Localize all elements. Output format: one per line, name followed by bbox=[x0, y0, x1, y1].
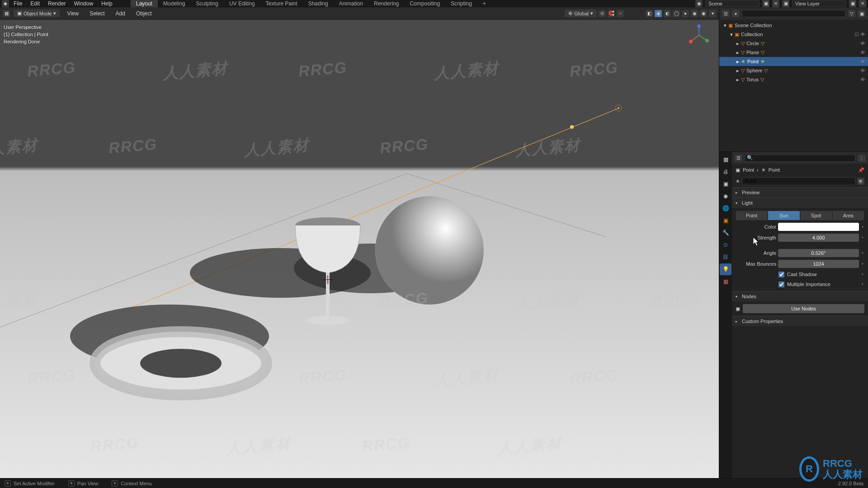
panel-nodes-header[interactable]: ▾Nodes bbox=[732, 291, 868, 301]
shading-rendered-icon[interactable]: ◉ bbox=[700, 10, 707, 17]
tab-compositing[interactable]: Compositing bbox=[404, 0, 445, 8]
panel-custom-props-header[interactable]: ▸Custom Properties bbox=[732, 316, 868, 326]
tree-vis-icons[interactable]: 👁 bbox=[860, 59, 865, 64]
tree-item-sphere[interactable]: ▸▽ Sphere ▽ 👁 bbox=[719, 66, 868, 75]
properties-options-icon[interactable]: ⋮ bbox=[858, 155, 865, 162]
orientation-dropdown[interactable]: ⊕Global▾ bbox=[565, 9, 597, 17]
properties-search[interactable]: 🔍 bbox=[745, 155, 855, 162]
keyframe-dot[interactable]: • bbox=[861, 282, 864, 286]
tree-vis-icons[interactable]: 👁 bbox=[860, 50, 865, 55]
datablock-name-field[interactable] bbox=[742, 177, 855, 185]
tab-add[interactable]: + bbox=[477, 0, 491, 8]
keyframe-dot[interactable]: • bbox=[861, 225, 864, 229]
tree-item-circle[interactable]: ▸▽ Circle ▽ 👁 bbox=[719, 39, 868, 48]
gizmo-icon[interactable]: ◧ bbox=[646, 10, 653, 17]
menu-render[interactable]: Render bbox=[44, 0, 69, 8]
tab-animation[interactable]: Animation bbox=[334, 0, 368, 8]
prop-tab-constraints[interactable]: ⛓ bbox=[720, 251, 731, 263]
keyframe-dot[interactable]: • bbox=[861, 262, 864, 266]
prop-tab-modifiers[interactable]: 🔧 bbox=[720, 227, 731, 239]
tree-item-point[interactable]: ▸☀ Point ☀ 👁 bbox=[719, 57, 868, 66]
use-nodes-button[interactable]: Use Nodes bbox=[743, 304, 864, 313]
keyframe-dot[interactable]: • bbox=[861, 272, 864, 277]
scene-new-icon[interactable]: ▣ bbox=[762, 0, 769, 7]
tab-scripting[interactable]: Scripting bbox=[445, 0, 477, 8]
app-icon[interactable]: ◆ bbox=[2, 0, 9, 7]
menu-edit[interactable]: Edit bbox=[27, 0, 43, 8]
prop-tab-scene[interactable]: ◉ bbox=[720, 190, 731, 202]
viewlayer-new-icon[interactable]: ▣ bbox=[849, 0, 856, 7]
light-type-area[interactable]: Area bbox=[832, 211, 864, 221]
tree-item-plane[interactable]: ▸▽ Plane ▽ 👁 bbox=[719, 48, 868, 57]
prop-tab-output[interactable]: 🖨 bbox=[720, 166, 731, 178]
pivot-icon[interactable]: ⊙ bbox=[599, 10, 606, 17]
prop-tab-render[interactable]: ▦ bbox=[720, 154, 731, 165]
tab-texture-paint[interactable]: Texture Paint bbox=[260, 0, 303, 8]
bounces-field[interactable] bbox=[778, 260, 859, 268]
strength-field[interactable] bbox=[778, 234, 859, 242]
angle-field[interactable] bbox=[778, 249, 859, 257]
outliner-filter-icon[interactable]: ▽ bbox=[848, 10, 855, 17]
color-swatch[interactable] bbox=[778, 223, 859, 231]
tab-sculpting[interactable]: Sculpting bbox=[191, 0, 224, 8]
snap-icon[interactable]: 🧲 bbox=[608, 10, 615, 17]
viewlayer-field[interactable] bbox=[792, 0, 846, 7]
tab-layout[interactable]: Layout bbox=[131, 0, 158, 8]
viewlayer-icon[interactable]: ▣ bbox=[782, 0, 789, 7]
viewport-menu-view[interactable]: View bbox=[63, 9, 82, 18]
prop-tab-object[interactable]: ▣ bbox=[720, 215, 731, 226]
light-type-sun[interactable]: Sun bbox=[768, 211, 800, 221]
scene-field[interactable] bbox=[705, 0, 760, 7]
shading-matprev-icon[interactable]: ◉ bbox=[691, 10, 698, 17]
properties-editor-icon[interactable]: ☰ bbox=[735, 155, 742, 162]
prop-tab-texture[interactable]: ▦ bbox=[720, 276, 731, 287]
shading-dropdown-icon[interactable]: ▾ bbox=[709, 10, 716, 17]
datablock-shield-icon[interactable]: ⛨ bbox=[857, 178, 864, 185]
menu-help[interactable]: Help bbox=[98, 0, 116, 8]
mode-dropdown[interactable]: ▣Object Mode▾ bbox=[14, 9, 60, 17]
multi-importance-checkbox[interactable] bbox=[778, 282, 784, 287]
viewport-menu-select[interactable]: Select bbox=[86, 9, 108, 18]
scene-icon[interactable]: ◉ bbox=[695, 0, 703, 7]
keyframe-dot[interactable]: • bbox=[861, 251, 864, 255]
cast-shadow-checkbox[interactable] bbox=[778, 272, 784, 277]
tree-collection[interactable]: ▾▣ Collection ☑ 👁 bbox=[719, 30, 868, 39]
panel-preview-header[interactable]: ▸Preview bbox=[732, 188, 868, 197]
viewlayer-del-icon[interactable]: ✕ bbox=[859, 0, 866, 7]
outliner-display-icon[interactable]: ▾ bbox=[732, 10, 739, 17]
axes-gizmo[interactable] bbox=[688, 24, 710, 46]
pin-icon[interactable]: 📌 bbox=[858, 167, 864, 173]
keyframe-dot[interactable]: • bbox=[861, 235, 864, 240]
viewport-menu-add[interactable]: Add bbox=[112, 9, 129, 18]
breadcrumb-object[interactable]: Point bbox=[743, 167, 754, 173]
menu-window[interactable]: Window bbox=[70, 0, 97, 8]
prop-tab-viewlayer[interactable]: ▣ bbox=[720, 178, 731, 190]
tree-collection-toggles[interactable]: ☑ 👁 bbox=[854, 32, 865, 38]
xray-icon[interactable]: ◐ bbox=[664, 10, 671, 17]
prop-tab-data[interactable]: 💡 bbox=[720, 263, 731, 275]
tree-vis-icons[interactable]: 👁 bbox=[860, 77, 865, 82]
viewport-canvas[interactable]: RRCG 人人素材 RRCG 人人素材 RRCG 人人素材 RRCG 人人素材 … bbox=[0, 20, 719, 478]
prop-tab-physics[interactable]: ⊙ bbox=[720, 239, 731, 251]
breadcrumb-data[interactable]: Point bbox=[769, 167, 780, 173]
tab-rendering[interactable]: Rendering bbox=[368, 0, 404, 8]
tree-vis-icons[interactable]: 👁 bbox=[860, 41, 865, 46]
outliner-tree[interactable]: ▾▣ Scene Collection ▾▣ Collection ☑ 👁 ▸▽… bbox=[719, 20, 868, 151]
editor-type-icon[interactable]: ▦ bbox=[3, 10, 10, 17]
menu-file[interactable]: File bbox=[10, 0, 26, 8]
tab-shading[interactable]: Shading bbox=[303, 0, 334, 8]
tree-scene-collection[interactable]: ▾▣ Scene Collection bbox=[719, 21, 868, 30]
tree-vis-icons[interactable]: 👁 bbox=[860, 68, 865, 73]
shading-solid-icon[interactable]: ● bbox=[682, 10, 689, 17]
outliner-new-collection-icon[interactable]: ▣ bbox=[858, 10, 865, 17]
tab-modeling[interactable]: Modeling bbox=[158, 0, 191, 8]
panel-light-header[interactable]: ▾Light bbox=[732, 198, 868, 208]
prop-tab-world[interactable]: 🌐 bbox=[720, 202, 731, 214]
outliner-search[interactable] bbox=[742, 10, 845, 17]
light-type-spot[interactable]: Spot bbox=[800, 211, 832, 221]
viewport-menu-object[interactable]: Object bbox=[132, 9, 156, 18]
overlay-icon[interactable]: ◉ bbox=[655, 10, 662, 17]
outliner-editor-icon[interactable]: ☰ bbox=[722, 10, 729, 17]
tab-uv-editing[interactable]: UV Editing bbox=[224, 0, 260, 8]
scene-del-icon[interactable]: ✕ bbox=[772, 0, 779, 7]
